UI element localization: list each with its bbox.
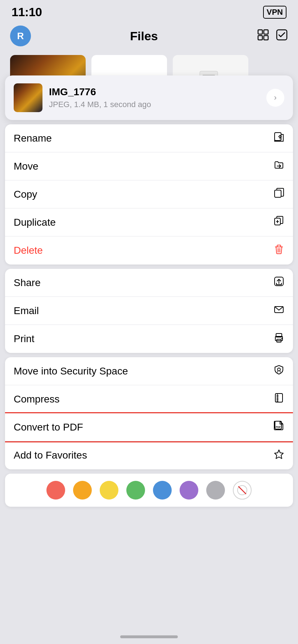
color-gray[interactable] (206, 481, 225, 500)
svg-text:PDF: PDF (276, 426, 281, 428)
duplicate-icon (274, 216, 284, 229)
compress-label: Compress (14, 394, 60, 405)
file-detail-button[interactable]: › (266, 89, 284, 107)
menu-group-2: Share Email Print (5, 269, 293, 353)
color-yellow[interactable] (100, 481, 118, 500)
print-label: Print (14, 333, 35, 345)
status-time: 11:10 (12, 5, 42, 19)
menu-group-3: Move into Security Space Compress (5, 357, 293, 469)
select-icon[interactable] (276, 29, 288, 43)
file-name: IMG_1776 (49, 86, 260, 98)
home-indicator (120, 635, 178, 638)
duplicate-button[interactable]: Duplicate (5, 208, 293, 236)
email-icon (274, 304, 284, 317)
svg-line-38 (239, 487, 246, 494)
delete-label: Delete (14, 245, 43, 256)
nav-actions (257, 29, 288, 43)
avatar[interactable]: R (10, 26, 31, 46)
delete-button[interactable]: Delete (5, 236, 293, 264)
move-icon (274, 160, 284, 173)
context-menu: IMG_1776 JPEG, 1.4 MB, 1 second ago › Re… (5, 75, 293, 511)
move-button[interactable]: Move (5, 152, 293, 180)
security-space-label: Move into Security Space (14, 365, 128, 377)
svg-point-27 (277, 368, 280, 371)
copy-button[interactable]: Copy (5, 180, 293, 208)
star-icon (274, 449, 284, 462)
color-purple[interactable] (180, 481, 198, 500)
security-space-button[interactable]: Move into Security Space (5, 357, 293, 385)
pdf-icon: PDF (274, 420, 284, 434)
rename-label: Rename (14, 133, 52, 144)
color-palette (5, 474, 293, 507)
compress-button[interactable]: Compress (5, 385, 293, 413)
svg-rect-3 (264, 36, 268, 40)
color-green[interactable] (126, 481, 145, 500)
nav-bar: R Files (0, 23, 298, 51)
svg-rect-1 (264, 30, 268, 34)
grid-icon[interactable] (257, 29, 269, 43)
email-button[interactable]: Email (5, 297, 293, 325)
convert-pdf-label: Convert to PDF (14, 422, 83, 433)
move-label: Move (14, 161, 38, 172)
status-bar: 11:10 VPN (0, 0, 298, 23)
color-red[interactable] (46, 481, 65, 500)
share-button[interactable]: Share (5, 269, 293, 297)
svg-rect-4 (277, 30, 287, 40)
file-thumbnail (14, 83, 42, 112)
email-label: Email (14, 305, 39, 317)
rename-button[interactable]: Rename (5, 124, 293, 152)
file-info-card[interactable]: IMG_1776 JPEG, 1.4 MB, 1 second ago › (5, 75, 293, 120)
copy-label: Copy (14, 189, 37, 200)
color-orange[interactable] (73, 481, 92, 500)
compress-icon (274, 392, 284, 406)
duplicate-label: Duplicate (14, 217, 56, 228)
file-info-text: IMG_1776 JPEG, 1.4 MB, 1 second ago (49, 86, 260, 109)
page-title: Files (130, 29, 158, 43)
svg-rect-2 (258, 36, 262, 40)
rename-icon (274, 132, 284, 145)
svg-rect-14 (275, 190, 281, 197)
menu-group-1: Rename Move Copy (5, 124, 293, 264)
svg-rect-0 (258, 30, 262, 34)
print-icon (274, 332, 284, 346)
vpn-indicator: VPN (263, 6, 286, 19)
convert-pdf-button[interactable]: Convert to PDF PDF (5, 413, 293, 441)
add-favorites-button[interactable]: Add to Favorites (5, 441, 293, 469)
share-icon (274, 276, 284, 289)
color-blue[interactable] (153, 481, 172, 500)
svg-point-26 (281, 338, 283, 339)
add-favorites-label: Add to Favorites (14, 450, 87, 461)
shield-icon (274, 364, 284, 378)
file-meta: JPEG, 1.4 MB, 1 second ago (49, 100, 260, 109)
no-color-button[interactable] (233, 481, 252, 500)
share-label: Share (14, 277, 41, 289)
print-button[interactable]: Print (5, 325, 293, 353)
trash-icon (274, 244, 284, 257)
copy-icon (274, 188, 284, 201)
